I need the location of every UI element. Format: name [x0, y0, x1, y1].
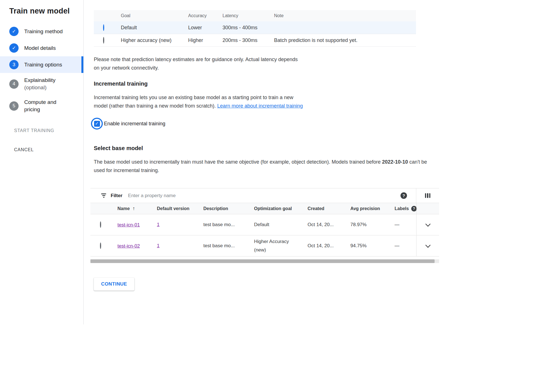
- enable-incremental-checkbox[interactable]: ✓: [94, 121, 100, 127]
- filter-icon: [101, 193, 106, 198]
- step-number-badge: 5: [9, 101, 19, 111]
- question-mark: ?: [413, 206, 415, 211]
- step-label-optional: (optional): [24, 84, 46, 90]
- filter-label: Filter: [111, 193, 123, 199]
- filter-input[interactable]: [128, 193, 400, 199]
- continue-button[interactable]: CONTINUE: [94, 278, 134, 291]
- chevron-down-icon[interactable]: [425, 221, 430, 226]
- step-complete-icon: ✓: [9, 43, 19, 53]
- incremental-training-heading: Incremental training: [94, 81, 439, 87]
- labels-column-header: Labels ?: [395, 206, 416, 211]
- avg-precision-cell: 78.97%: [350, 222, 395, 228]
- cancel-button[interactable]: CANCEL: [14, 147, 34, 152]
- page-title: Train new model: [9, 7, 83, 15]
- name-header-label: Name: [117, 205, 130, 212]
- description-column-header: Description: [203, 206, 254, 211]
- select-base-model-heading: Select base model: [94, 145, 439, 152]
- optimization-goal-cell: Default: [254, 220, 308, 229]
- model-name-link[interactable]: test-icn-01: [117, 222, 140, 228]
- step-training-method[interactable]: ✓ Training method: [0, 23, 83, 40]
- optimization-goal-column-header: Optimization goal: [254, 204, 308, 213]
- name-column-header: Name ↑: [117, 205, 157, 212]
- goal-row-default[interactable]: Default Lower 300ms - 400ms: [94, 21, 416, 34]
- labels-header-label: Labels: [395, 206, 409, 211]
- radio-cell: [90, 222, 117, 228]
- stepper: ✓ Training method ✓ Model details 3 Trai…: [0, 23, 83, 117]
- note-header: Note: [274, 13, 416, 18]
- step-explainability[interactable]: 4 Explainability (optional): [0, 73, 83, 95]
- accuracy-cell: Higher: [188, 37, 222, 43]
- version-cell: 1: [157, 222, 203, 228]
- latency-header: Latency: [222, 13, 274, 18]
- check-icon: ✓: [12, 28, 16, 34]
- latency-cell: 200ms - 300ms: [222, 37, 274, 43]
- base-model-description: The base model used to incrementally tra…: [94, 158, 436, 175]
- expand-cell: [416, 235, 439, 256]
- step-model-details[interactable]: ✓ Model details: [0, 40, 83, 56]
- created-cell: Oct 14, 20...: [308, 222, 350, 228]
- column-options-cell: [416, 188, 439, 203]
- column-display-options-icon[interactable]: [425, 193, 431, 198]
- step-complete-icon: ✓: [9, 27, 19, 36]
- wizard-sidebar: Train new model ✓ Training method ✓ Mode…: [0, 0, 84, 324]
- avg-precision-column-header: Avg precision: [350, 206, 395, 211]
- goal-cell: Default: [121, 25, 188, 31]
- start-training-button[interactable]: START TRAINING: [14, 128, 54, 133]
- avg-precision-cell: 94.75%: [350, 243, 395, 249]
- model-table-header: Name ↑ Default version Description Optim…: [90, 203, 439, 214]
- learn-more-link[interactable]: Learn more about incremental training: [217, 103, 303, 109]
- goal-cell: Higher accuracy (new): [121, 37, 188, 43]
- note-cell: Batch prediction is not supported yet.: [274, 37, 416, 43]
- expand-cell: [416, 214, 439, 235]
- description-prefix: The base model used to incrementally tra…: [94, 159, 382, 165]
- filter-bar: Filter ?: [90, 188, 439, 203]
- radio-default[interactable]: [103, 24, 104, 31]
- checkbox-focus-ring: ✓: [91, 118, 103, 130]
- step-label-main: Explainability: [24, 77, 55, 83]
- incremental-training-description: Incremental training lets you use an exi…: [94, 93, 305, 110]
- version-link[interactable]: 1: [157, 222, 159, 227]
- training-goal-table: Goal Accuracy Latency Note Default Lower…: [94, 10, 416, 47]
- model-radio-02[interactable]: [100, 242, 101, 249]
- scrollbar-thumb[interactable]: [90, 259, 435, 263]
- model-name-link[interactable]: test-icn-02: [117, 243, 140, 249]
- radio-cell: [90, 243, 117, 249]
- step-number-badge: 3: [9, 60, 19, 69]
- name-sort-control[interactable]: Name ↑: [117, 205, 143, 212]
- enable-incremental-row: ✓ Enable incremental training: [91, 117, 439, 130]
- accuracy-cell: Lower: [188, 25, 222, 31]
- version-link[interactable]: 1: [157, 243, 159, 248]
- radio-cell: [94, 37, 121, 43]
- model-row-test-icn-02[interactable]: test-icn-02 1 test base mo... Higher Acc…: [90, 235, 439, 257]
- enable-incremental-label: Enable incremental training: [104, 121, 165, 127]
- goal-row-higher-accuracy[interactable]: Higher accuracy (new) Higher 200ms - 300…: [94, 34, 416, 47]
- check-icon: ✓: [95, 121, 99, 126]
- radio-cell: [94, 25, 121, 31]
- version-column-header: Default version: [157, 206, 203, 211]
- help-icon[interactable]: ?: [400, 192, 407, 199]
- base-model-table: Filter ? Name ↑ Default version Descript…: [90, 188, 439, 257]
- latency-disclaimer: Please note that prediction latency esti…: [94, 55, 300, 72]
- goal-table-header: Goal Accuracy Latency Note: [94, 10, 416, 21]
- radio-higher-accuracy[interactable]: [103, 37, 104, 44]
- step-label: Training method: [24, 28, 63, 35]
- model-radio-01[interactable]: [100, 221, 101, 228]
- step-training-options[interactable]: 3 Training options: [0, 56, 83, 73]
- chevron-down-icon[interactable]: [425, 242, 430, 248]
- model-row-test-icn-01[interactable]: test-icn-01 1 test base mo... Default Oc…: [90, 214, 439, 235]
- goal-header: Goal: [121, 13, 188, 18]
- step-compute-pricing[interactable]: 5 Compute and pricing: [0, 95, 83, 117]
- expand-column-header: [416, 203, 439, 214]
- labels-cell: —: [395, 243, 416, 249]
- name-cell: test-icn-02: [117, 242, 157, 250]
- description-cell: test base mo...: [203, 222, 254, 228]
- horizontal-scrollbar: [90, 259, 439, 263]
- sort-ascending-icon: ↑: [133, 205, 135, 212]
- cutoff-date: 2022-10-10: [382, 159, 408, 165]
- optimization-goal-cell: Higher Accuracy (new): [254, 237, 308, 254]
- step-label: Explainability (optional): [24, 77, 55, 91]
- labels-help-icon[interactable]: ?: [411, 206, 417, 211]
- labels-cell: —: [395, 222, 416, 228]
- accuracy-header: Accuracy: [188, 13, 222, 18]
- latency-cell: 300ms - 400ms: [222, 25, 274, 31]
